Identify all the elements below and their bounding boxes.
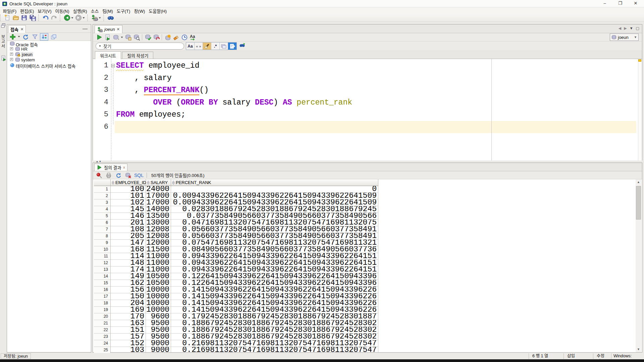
history-icon[interactable] <box>180 34 189 41</box>
back-dropdown-icon[interactable] <box>71 14 74 21</box>
restore-window-icon[interactable] <box>1 23 6 28</box>
scroll-up-icon[interactable]: ▲ <box>636 179 641 185</box>
report-icon[interactable] <box>1 55 6 61</box>
save-icon[interactable] <box>20 14 28 21</box>
vertical-scrollbar[interactable]: ▲ ▼ <box>636 179 641 352</box>
tab-query-result[interactable]: 질의 결과 x <box>94 164 127 171</box>
refresh-icon[interactable] <box>21 33 30 41</box>
sql-button[interactable]: SQL <box>134 173 144 178</box>
expand-icon[interactable]: + <box>10 47 13 50</box>
splitter-handles[interactable]: ▲▼ <box>96 160 102 163</box>
create-sql-icon[interactable] <box>163 34 172 41</box>
sort-icon[interactable] <box>40 33 48 41</box>
menu-4[interactable]: 이동(N) <box>53 7 71 15</box>
expand-icon[interactable]: + <box>10 58 13 61</box>
menu-9[interactable]: 창(W) <box>132 7 147 15</box>
column-header-PERCENT_RANK[interactable]: PERCENT_RANK <box>171 179 378 186</box>
tree-item-system[interactable]: +system <box>7 57 91 62</box>
menu-2[interactable]: 편집(E) <box>18 7 36 15</box>
connections-tab[interactable]: 접속 ✕ <box>8 25 26 33</box>
menu-7[interactable]: 팀(M) <box>101 7 115 15</box>
minimize-button[interactable]: – <box>599 0 610 7</box>
tab-joeun[interactable]: SQL joeun ✕ <box>95 25 122 33</box>
menu-5[interactable]: 실행(R) <box>71 7 89 15</box>
refresh-results-icon[interactable] <box>114 172 122 179</box>
maximize-button[interactable]: ❐ <box>614 0 626 7</box>
case-toggle-icon[interactable]: Aa <box>189 34 197 41</box>
new-worksheet-dropdown-icon[interactable] <box>99 14 102 21</box>
close-button[interactable]: ✕ <box>630 0 641 7</box>
next-tab-icon[interactable]: ▶ <box>624 26 627 31</box>
match-case-icon[interactable]: Aa <box>186 43 195 50</box>
wrap-icon[interactable] <box>220 43 228 50</box>
commit-icon[interactable] <box>144 34 152 41</box>
autotrace-dropdown-icon[interactable] <box>121 37 123 38</box>
forward-icon[interactable] <box>74 14 83 21</box>
tree-item-joeun[interactable]: +joeun <box>7 52 91 57</box>
menu-1[interactable]: 파일(F) <box>1 7 18 15</box>
redo-icon[interactable] <box>50 14 58 21</box>
panel-minimize-icon[interactable]: — <box>83 25 88 31</box>
tree-item-데이터베이스-스키마-서비스-접속[interactable]: 데이터베이스 스키마 서비스 접속 <box>7 62 91 68</box>
sort-icon[interactable] <box>172 181 175 185</box>
expand-icon[interactable]: + <box>10 53 13 56</box>
whole-word-icon[interactable]: « » <box>195 43 203 50</box>
autotrace-icon[interactable] <box>112 34 120 41</box>
undo-icon[interactable] <box>41 14 50 21</box>
scroll-down-icon[interactable]: ▼ <box>636 347 641 352</box>
sort-icon[interactable] <box>147 181 150 185</box>
plan-search-icon[interactable] <box>132 34 141 41</box>
copy-icon[interactable] <box>49 33 58 41</box>
tab-close-icon[interactable]: x <box>123 166 125 169</box>
add-dropdown-icon[interactable] <box>18 36 20 38</box>
print-icon[interactable] <box>104 172 113 179</box>
tab-질의-작성기[interactable]: 질의 작성기 <box>122 52 153 59</box>
forward-dropdown-icon[interactable] <box>83 14 86 21</box>
reports-dock-tab[interactable]: 보고서 <box>1 35 6 49</box>
run-icon[interactable] <box>95 34 103 41</box>
scrollbar-thumb[interactable] <box>636 186 641 220</box>
sql-editor[interactable]: 1SELECT employee_id2 , salary3 , PERCENT… <box>93 59 642 161</box>
line-number: 3 <box>93 84 108 97</box>
regex-icon[interactable]: .* <box>211 43 220 50</box>
column-header-SALARY[interactable]: SALARY <box>146 179 171 186</box>
connections-close-icon[interactable]: ✕ <box>20 27 23 32</box>
tab-워크시트[interactable]: 워크시트 <box>95 51 121 59</box>
connection-selector[interactable]: joeun ▼ <box>610 34 639 41</box>
prev-tab-icon[interactable]: ◀ <box>619 26 621 31</box>
sort-icon[interactable] <box>112 181 114 185</box>
open-folder-icon[interactable] <box>11 14 20 21</box>
back-icon[interactable] <box>63 14 71 21</box>
annotation-marker[interactable] <box>638 59 641 62</box>
filter-icon[interactable] <box>31 33 39 41</box>
search-icon[interactable] <box>106 14 115 21</box>
tree-item-Oracle-접속[interactable]: Oracle 접속 <box>7 41 91 46</box>
tree-item-HR[interactable]: +HR <box>7 46 91 52</box>
corner-header[interactable] <box>94 179 111 186</box>
search-input[interactable]: ▼ 찾기 <box>96 43 184 50</box>
tab-list-icon[interactable]: ▼ <box>630 26 633 31</box>
erase-icon[interactable] <box>172 34 180 41</box>
column-header-EMPLOYEE_ID[interactable]: EMPLOYEE_ID <box>111 179 146 186</box>
worksheet-toolbar: joeun ▼ Aa <box>93 33 642 42</box>
menu-10[interactable]: 도움말(H) <box>147 7 169 15</box>
find-next-icon[interactable] <box>239 42 246 48</box>
selection-icon[interactable] <box>228 43 236 50</box>
tab-close-icon[interactable]: ✕ <box>117 27 120 32</box>
menu-6[interactable]: 소스 <box>89 7 101 15</box>
fold-collapse-icon[interactable] <box>111 64 115 67</box>
save-all-icon[interactable] <box>28 14 37 21</box>
run-script-icon[interactable] <box>103 34 112 41</box>
explain-icon[interactable] <box>124 34 132 41</box>
highlight-icon[interactable] <box>203 43 211 50</box>
menu-8[interactable]: 도구(T) <box>115 7 132 15</box>
new-file-icon[interactable] <box>3 14 11 21</box>
connections-tree: Oracle 접속+HR+joeun+system데이터베이스 스키마 서비스 … <box>7 41 91 352</box>
pin-icon[interactable] <box>95 172 103 179</box>
new-worksheet-icon[interactable]: SQL <box>90 14 99 21</box>
rollback-icon[interactable] <box>152 34 160 41</box>
menu-3[interactable]: 보기(V) <box>36 7 53 15</box>
float-icon[interactable]: ▢ <box>636 26 639 31</box>
add-connection-icon[interactable] <box>8 33 17 41</box>
delete-icon[interactable] <box>124 172 132 179</box>
